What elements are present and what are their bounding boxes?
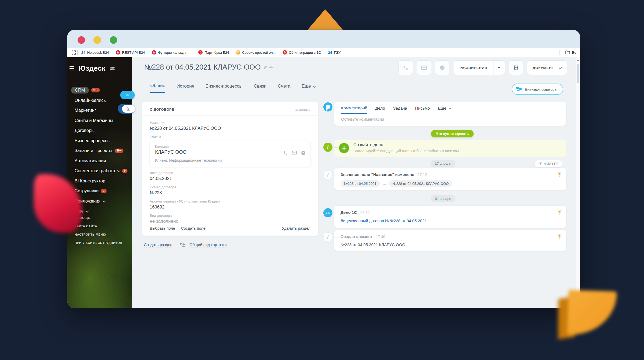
lightbulb-icon[interactable] (557, 234, 561, 239)
edit-link[interactable]: изменить (295, 107, 310, 111)
copy-link-icon[interactable] (269, 65, 273, 70)
bookmark[interactable]: 24 Helpdesk B24 (81, 50, 109, 55)
window-close-button[interactable] (78, 36, 85, 44)
timeline-entry-1c-activity[interactable]: Дело 1С 17:40 Лицензионный договор №№228… (334, 206, 566, 228)
sidebar-item-collaboration[interactable]: Совместная работа 9 (67, 166, 132, 176)
sidebar-item-apps[interactable]: Приложения (67, 196, 132, 206)
tab-task[interactable]: Задача (393, 106, 407, 114)
sidebar-item-bi-builder[interactable]: BI Конструктор (67, 176, 132, 186)
add-activity-button[interactable]: + (339, 143, 349, 153)
chat-icon[interactable] (301, 151, 306, 155)
bookmarks-folder-label[interactable]: Вс (572, 51, 576, 55)
document-button[interactable]: ДОКУМЕНТ (527, 60, 567, 75)
tab-activity[interactable]: Дело (375, 106, 385, 114)
bitrix-favicon: b (198, 50, 203, 55)
window-minimize-button[interactable] (93, 36, 101, 44)
sidebar-item-tasks[interactable]: Задачи и Проекты 99+ (67, 146, 132, 156)
settings-button[interactable]: ⚙ (509, 60, 523, 75)
funnel-icon (539, 162, 542, 165)
comment-input[interactable]: Оставьте комментарий (334, 114, 566, 124)
email-icon[interactable] (292, 151, 297, 155)
tab-more[interactable]: Еще (438, 106, 451, 114)
sidebar-item-help[interactable]: ПОМОЩЬ (67, 214, 132, 222)
tab-more[interactable]: Еще (302, 83, 315, 93)
bookmark[interactable]: b Партнёрка Б24 (198, 50, 229, 55)
client-card[interactable]: Компания КЛАРУС ООО Клиент, Информационн… (150, 141, 310, 167)
edit-title-icon[interactable] (263, 65, 267, 69)
delete-section-link[interactable]: Удалить раздел (282, 226, 310, 231)
create-deal-banner: + Создайте дело Запланируйте следующий ш… (334, 140, 566, 157)
sidebar-item-contracts[interactable]: Договоры (67, 125, 132, 136)
bookmarks-bar: 24 Helpdesk B24 b REST API B24 b Функции… (67, 48, 580, 57)
company-type: Клиент, Информационные технологии (155, 158, 305, 163)
filter-button[interactable]: ФИЛЬТР (535, 160, 562, 167)
card-view-link[interactable]: Общий вид карточки (189, 243, 227, 247)
bookmark-label: Сервис простой эл... (242, 51, 276, 55)
sidebar-item-label: Онлайн-запись (75, 98, 106, 103)
choose-field-link[interactable]: Выбрать поле (150, 226, 175, 231)
sidebar-item-configure-menu[interactable]: НАСТРОИТЬ МЕНЮ (67, 230, 132, 239)
chevron-down-icon (559, 66, 562, 69)
sidebar-item-business-processes[interactable]: Бизнес-процессы (67, 136, 132, 146)
bookmark[interactable]: b Об интеграции с 1С (283, 50, 321, 55)
tab-business-processes[interactable]: Бизнес-процессы (206, 83, 243, 93)
extensions-label: РАСШИРЕНИЯ (453, 66, 493, 70)
create-deal-subtitle: Запланируйте следующий шаг, чтобы не заб… (353, 149, 459, 153)
collapse-arrow-icon (122, 105, 135, 113)
tab-history[interactable]: История (177, 83, 194, 93)
extensions-dropdown[interactable] (493, 61, 505, 75)
call-icon[interactable] (283, 151, 288, 155)
sidebar-item-label: Сайты и Магазины (75, 118, 113, 123)
sidebar-item-label: ПРИГЛАСИТЬ СОТРУДНИКОВ (75, 241, 122, 244)
scrollbar-thumb[interactable] (577, 64, 579, 83)
sidebar-collapse-button[interactable] (118, 104, 134, 114)
scrollbar[interactable] (576, 57, 580, 308)
extensions-button[interactable]: РАСШИРЕНИЯ (453, 60, 505, 75)
entry-time: 17:40 (360, 210, 369, 215)
sidebar-item-label: Сотрудники (75, 188, 98, 193)
todo-pill-button[interactable]: Что нужно сделать (431, 130, 474, 137)
tab-letter[interactable]: Письмо (415, 106, 430, 114)
bookmark[interactable]: b REST API B24 (116, 50, 145, 55)
window-zoom-button[interactable] (110, 36, 117, 44)
bookmark-label: ГЭУ (334, 51, 341, 55)
apps-grid-icon[interactable] (72, 51, 76, 55)
sidebar-item-label: ПОМОЩЬ (75, 216, 90, 219)
sidebar-item-invite-employees[interactable]: ПРИГЛАСИТЬ СОТРУДНИКОВ (67, 239, 132, 247)
create-section-link[interactable]: Создать раздел (144, 243, 172, 247)
bookmark[interactable]: 24 ГЭУ (328, 50, 341, 55)
date-separator: 31 января (320, 195, 566, 202)
tab-invoices[interactable]: Счета (278, 83, 290, 93)
sidebar-item-employees[interactable]: Сотрудники 1 (67, 186, 132, 196)
scrollbar-up-arrow[interactable] (577, 59, 579, 61)
tab-general[interactable]: Общие (150, 83, 165, 93)
sliders-icon[interactable] (109, 66, 115, 71)
timeline-entry-field-changed[interactable]: Значение поля "Название" изменено 17:12 … (334, 168, 566, 190)
email-button[interactable] (417, 60, 431, 75)
sidebar-item-sites[interactable]: Сайты и Магазины (67, 116, 132, 126)
sidebar-item-automation[interactable]: Автоматизация (67, 156, 132, 166)
sidebar-brand: Юздеск (67, 57, 132, 73)
call-button[interactable] (398, 60, 413, 75)
bitrix-favicon: b (116, 50, 120, 55)
sidebar-item-label: Маркетинг (75, 108, 96, 113)
sidebar-item-label: CRM (71, 87, 89, 93)
create-field-link[interactable]: Создать поле (181, 226, 206, 231)
bookmark[interactable]: b Функции калькулят... (152, 50, 191, 55)
license-contract-link[interactable]: Лицензионный договор №№228 от 04.05.2021 (341, 218, 560, 223)
tab-comment[interactable]: Комментарий (341, 106, 367, 114)
lightbulb-icon[interactable] (557, 210, 561, 215)
chat-button[interactable] (435, 60, 449, 75)
lightbulb-icon[interactable] (557, 172, 561, 177)
tab-links[interactable]: Связи (254, 83, 267, 93)
field-label: Дата договора (150, 171, 310, 175)
field-value-account: 160692 (150, 204, 310, 210)
folder-icon[interactable] (565, 51, 570, 54)
sidebar-close-button[interactable]: × (120, 91, 135, 99)
business-process-button[interactable]: Бизнес-процессы (512, 84, 563, 95)
sidebar-item-label: Бизнес-процессы (75, 138, 111, 143)
bookmark[interactable]: Сервис простой эл... (236, 50, 276, 55)
sidebar-item-sitemap[interactable]: КАРТА САЙТА (67, 222, 132, 230)
timeline-entry-created[interactable]: Создан элемент 17:40 №228 от 04.05.2021 … (334, 230, 566, 251)
menu-burger-icon[interactable] (68, 65, 75, 72)
